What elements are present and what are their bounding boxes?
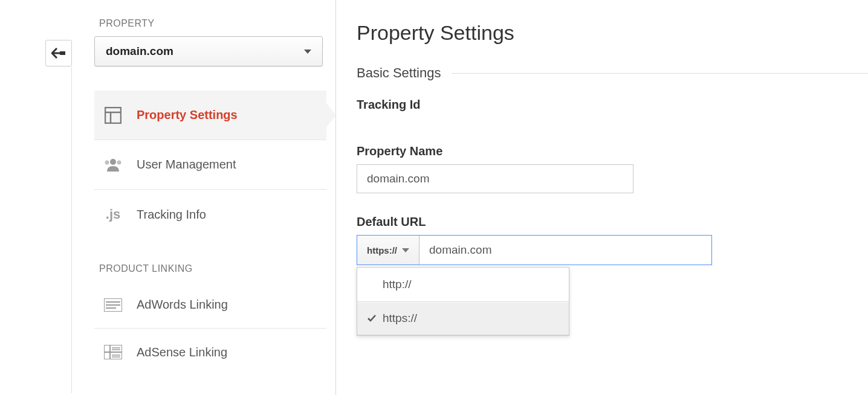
scheme-option-http[interactable]: http:// bbox=[357, 268, 569, 301]
default-url-input[interactable] bbox=[419, 236, 711, 265]
scheme-options-dropdown: http:// https:// bbox=[357, 267, 569, 336]
sidebar: PROPERTY domain.com Property Settings bbox=[94, 14, 326, 376]
default-url-scheme-dropdown[interactable]: https:// bbox=[357, 236, 419, 265]
svg-rect-0 bbox=[105, 108, 121, 123]
back-arrow-icon bbox=[51, 48, 66, 59]
nav-linking: AdWords Linking AdSense Linking bbox=[94, 281, 326, 376]
nav-label: User Management bbox=[137, 158, 236, 172]
property-name-input[interactable] bbox=[357, 164, 633, 193]
section-label-product-linking: PRODUCT LINKING bbox=[99, 263, 326, 274]
scheme-option-https[interactable]: https:// bbox=[357, 301, 569, 335]
adwords-icon bbox=[103, 298, 123, 312]
adsense-icon bbox=[103, 345, 123, 359]
section-label-property: PROPERTY bbox=[99, 18, 326, 29]
nav-item-user-management[interactable]: User Management bbox=[94, 140, 326, 190]
svg-point-4 bbox=[105, 160, 109, 164]
vertical-divider bbox=[335, 0, 336, 395]
section-header-basic: Basic Settings bbox=[357, 65, 868, 81]
svg-point-3 bbox=[110, 159, 116, 165]
section-title: Basic Settings bbox=[357, 65, 441, 81]
side-line bbox=[71, 67, 72, 393]
nav-label: Property Settings bbox=[137, 108, 238, 122]
nav-item-property-settings[interactable]: Property Settings bbox=[94, 91, 326, 140]
check-icon bbox=[366, 313, 378, 323]
section-line bbox=[452, 73, 868, 74]
page-title: Property Settings bbox=[357, 21, 868, 45]
users-icon bbox=[103, 158, 123, 172]
tracking-id-label: Tracking Id bbox=[357, 98, 868, 112]
svg-point-5 bbox=[117, 160, 121, 164]
option-label: http:// bbox=[383, 278, 412, 291]
property-dropdown[interactable]: domain.com bbox=[94, 36, 323, 66]
main-content: Property Settings Basic Settings Trackin… bbox=[357, 21, 868, 336]
option-label: https:// bbox=[383, 312, 417, 325]
chevron-down-icon bbox=[304, 50, 311, 54]
default-url-label: Default URL bbox=[357, 215, 868, 229]
nav-label: Tracking Info bbox=[137, 208, 206, 222]
nav-label: AdSense Linking bbox=[137, 345, 227, 359]
nav-item-tracking-info[interactable]: .js Tracking Info bbox=[94, 190, 326, 239]
chevron-down-icon bbox=[402, 248, 409, 252]
js-icon: .js bbox=[103, 207, 123, 222]
property-dropdown-value: domain.com bbox=[106, 45, 173, 58]
scheme-text: https:// bbox=[367, 245, 397, 255]
default-url-row: https:// bbox=[357, 235, 712, 265]
property-name-label: Property Name bbox=[357, 144, 868, 158]
nav-item-adsense-linking[interactable]: AdSense Linking bbox=[94, 329, 326, 376]
nav-item-adwords-linking[interactable]: AdWords Linking bbox=[94, 281, 326, 329]
layout-icon bbox=[103, 107, 123, 124]
back-button[interactable] bbox=[45, 40, 72, 66]
nav: Property Settings User Management .js Tr… bbox=[94, 91, 326, 239]
nav-label: AdWords Linking bbox=[137, 298, 228, 312]
